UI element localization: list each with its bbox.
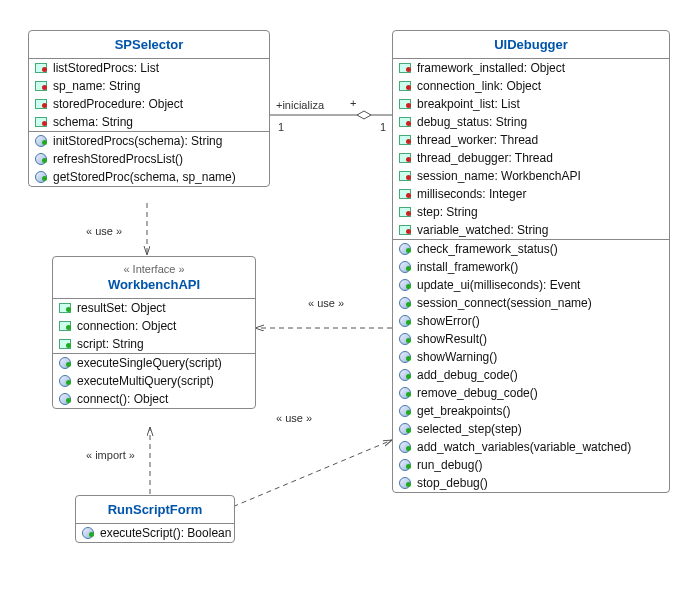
class-attrs: listStoredProcs: Listsp_name: Stringstor…	[29, 59, 269, 132]
operation-text: refreshStoredProcsList()	[53, 152, 183, 166]
operation-icon	[59, 375, 73, 387]
operation-text: add_watch_variables(variable_watched)	[417, 440, 631, 454]
attribute-icon	[399, 98, 413, 110]
operation-text: initStoredProcs(schema): String	[53, 134, 222, 148]
class-title: UIDebugger	[393, 31, 669, 59]
assoc-mult-1a: 1	[278, 121, 284, 133]
operation-icon	[82, 527, 96, 539]
attribute-text: connection_link: Object	[417, 79, 541, 93]
class-title: RunScriptForm	[76, 496, 234, 524]
class-ops: initStoredProcs(schema): StringrefreshSt…	[29, 132, 269, 186]
operation-row: connect(): Object	[53, 390, 255, 408]
operation-row: session_connect(session_name)	[393, 294, 669, 312]
operation-icon	[59, 357, 73, 369]
attribute-text: session_name: WorkbenchAPI	[417, 169, 581, 183]
operation-row: selected_step(step)	[393, 420, 669, 438]
attribute-icon	[59, 320, 73, 332]
operation-row: run_debug()	[393, 456, 669, 474]
operation-row: check_framework_status()	[393, 240, 669, 258]
operation-text: showResult()	[417, 332, 487, 346]
attribute-text: listStoredProcs: List	[53, 61, 159, 75]
class-title: « Interface » WorkbenchAPI	[53, 257, 255, 299]
attribute-icon	[399, 116, 413, 128]
operation-icon	[399, 405, 413, 417]
attribute-text: script: String	[77, 337, 144, 351]
attribute-row: framework_installed: Object	[393, 59, 669, 77]
operation-icon	[399, 261, 413, 273]
operation-icon	[399, 333, 413, 345]
operation-row: executeScript(): Boolean	[76, 524, 234, 542]
dep-label-use-3: « use »	[276, 412, 312, 424]
operation-row: remove_debug_code()	[393, 384, 669, 402]
operation-text: getStoredProc(schema, sp_name)	[53, 170, 236, 184]
dep-label-use-2: « use »	[308, 297, 344, 309]
attribute-text: step: String	[417, 205, 478, 219]
operation-text: selected_step(step)	[417, 422, 522, 436]
attribute-icon	[399, 224, 413, 236]
class-ops: executeSingleQuery(script)executeMultiQu…	[53, 354, 255, 408]
attribute-icon	[35, 116, 49, 128]
operation-text: stop_debug()	[417, 476, 488, 490]
attribute-icon	[399, 170, 413, 182]
operation-text: showError()	[417, 314, 480, 328]
attribute-row: connection_link: Object	[393, 77, 669, 95]
attribute-text: storedProcedure: Object	[53, 97, 183, 111]
stereotype: « Interface »	[57, 263, 251, 275]
dep-label-import: « import »	[86, 449, 135, 461]
operation-text: executeScript(): Boolean	[100, 526, 231, 540]
assoc-mult-1b: 1	[380, 121, 386, 133]
svg-marker-1	[357, 111, 371, 119]
attribute-row: script: String	[53, 335, 255, 353]
attribute-row: breakpoint_list: List	[393, 95, 669, 113]
class-workbenchapi: « Interface » WorkbenchAPI resultSet: Ob…	[52, 256, 256, 409]
operation-text: connect(): Object	[77, 392, 168, 406]
operation-text: get_breakpoints()	[417, 404, 510, 418]
operation-text: remove_debug_code()	[417, 386, 538, 400]
operation-row: showWarning()	[393, 348, 669, 366]
attribute-text: sp_name: String	[53, 79, 140, 93]
attribute-icon	[399, 134, 413, 146]
operation-icon	[399, 477, 413, 489]
operation-row: showError()	[393, 312, 669, 330]
operation-text: executeSingleQuery(script)	[77, 356, 222, 370]
attribute-row: sp_name: String	[29, 77, 269, 95]
attribute-icon	[399, 62, 413, 74]
operation-icon	[399, 315, 413, 327]
attribute-text: thread_debugger: Thread	[417, 151, 553, 165]
operation-icon	[399, 351, 413, 363]
operation-text: update_ui(milliseconds): Event	[417, 278, 580, 292]
operation-row: refreshStoredProcsList()	[29, 150, 269, 168]
operation-icon	[399, 279, 413, 291]
attribute-icon	[59, 338, 73, 350]
operation-text: check_framework_status()	[417, 242, 558, 256]
operation-icon	[35, 153, 49, 165]
operation-row: add_debug_code()	[393, 366, 669, 384]
attribute-row: step: String	[393, 203, 669, 221]
attribute-text: thread_worker: Thread	[417, 133, 538, 147]
operation-text: session_connect(session_name)	[417, 296, 592, 310]
attribute-icon	[399, 80, 413, 92]
attribute-icon	[399, 188, 413, 200]
attribute-row: thread_worker: Thread	[393, 131, 669, 149]
class-ops: executeScript(): Boolean	[76, 524, 234, 542]
dep-label-use-1: « use »	[86, 225, 122, 237]
operation-text: run_debug()	[417, 458, 482, 472]
attribute-icon	[399, 152, 413, 164]
attribute-text: schema: String	[53, 115, 133, 129]
attribute-text: debug_status: String	[417, 115, 527, 129]
class-name: WorkbenchAPI	[108, 277, 200, 292]
attribute-row: resultSet: Object	[53, 299, 255, 317]
attribute-icon	[399, 206, 413, 218]
attribute-text: resultSet: Object	[77, 301, 166, 315]
attribute-text: milliseconds: Integer	[417, 187, 526, 201]
class-uidebugger: UIDebugger framework_installed: Objectco…	[392, 30, 670, 493]
class-title: SPSelector	[29, 31, 269, 59]
attribute-icon	[35, 62, 49, 74]
operation-icon	[399, 297, 413, 309]
assoc-label-inicializa: +inicializa	[276, 99, 324, 111]
class-ops: check_framework_status()install_framewor…	[393, 240, 669, 492]
attribute-text: connection: Object	[77, 319, 176, 333]
operation-icon	[399, 243, 413, 255]
operation-icon	[399, 387, 413, 399]
operation-row: executeSingleQuery(script)	[53, 354, 255, 372]
